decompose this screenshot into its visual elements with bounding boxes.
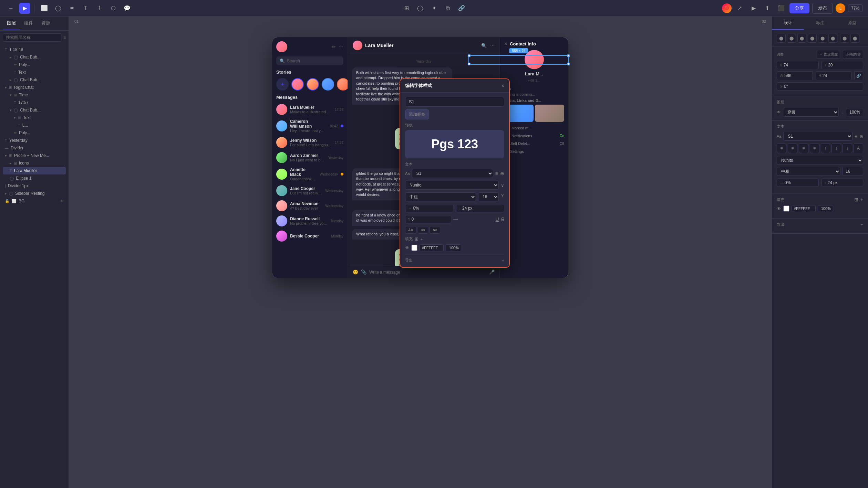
layer-item-time[interactable]: ▾ ⊞ Time bbox=[3, 91, 66, 99]
layer-item-text2[interactable]: ▾ ⊞ Text bbox=[3, 114, 66, 121]
message-item-anna[interactable]: Anna Newman 🏷 Best day ever Wednesday bbox=[272, 198, 348, 213]
add-story-button[interactable]: + bbox=[276, 78, 289, 91]
layer-item-text1[interactable]: T Text bbox=[3, 68, 66, 76]
message-item-jane[interactable]: Jane Cooper But I'm not really sure how … bbox=[272, 183, 348, 198]
message-item-annette[interactable]: Annette Black Ooooh thank you so much! W… bbox=[272, 165, 348, 183]
chat-message-input[interactable] bbox=[369, 270, 486, 275]
text-auto-btn[interactable]: A bbox=[854, 144, 863, 153]
chat-search-bar[interactable]: 🔍 Search bbox=[276, 56, 343, 65]
layer-item-poly2[interactable]: ✏ Poly... bbox=[3, 129, 66, 137]
y-field[interactable]: Y 20 bbox=[822, 61, 864, 69]
plugin-icon[interactable]: ✦ bbox=[428, 3, 440, 14]
layer-item-lara-mueller[interactable]: T Lara Mueller bbox=[3, 167, 66, 174]
layer-item-rightchat[interactable]: ▾ ⊞ Right Chat bbox=[3, 84, 66, 91]
align-bottom-btn[interactable]: ⬤ bbox=[828, 34, 837, 43]
component-icon[interactable]: ◯ bbox=[415, 3, 426, 14]
story-1[interactable] bbox=[291, 78, 304, 91]
present-icon[interactable]: ⬆ bbox=[762, 3, 773, 14]
font-modal-close-button[interactable]: × bbox=[502, 83, 504, 88]
link-icon[interactable]: 🔗 bbox=[456, 3, 467, 14]
add-export-button[interactable]: + bbox=[502, 258, 504, 263]
frame-tool[interactable]: ⬜ bbox=[39, 3, 50, 14]
pen-tool[interactable]: ✒ bbox=[66, 3, 78, 14]
layer-item-divider1px[interactable]: | Divider 1px bbox=[3, 182, 66, 190]
layer-search-input[interactable] bbox=[3, 33, 61, 42]
paragraph-spacing-field[interactable]: ¶ 0 bbox=[405, 215, 451, 223]
align-middle-text-btn[interactable]: ↕ bbox=[831, 144, 841, 153]
lock-aspect-btn[interactable]: 🔗 bbox=[854, 71, 863, 80]
line-height-field[interactable]: ↕ 24 px bbox=[456, 204, 504, 212]
message-item-aaron[interactable]: Aaron Zimmer No I just went to bed right… bbox=[272, 150, 348, 165]
story-4[interactable] bbox=[337, 78, 348, 91]
align-justify-text-btn[interactable]: ≡ bbox=[810, 144, 819, 153]
rotation-field[interactable]: ⟳ 0° bbox=[777, 82, 863, 91]
layer-item-chatbub2[interactable]: ▸ ◯ Chat Bub... bbox=[3, 76, 66, 84]
right-color-swatch[interactable] bbox=[783, 205, 789, 212]
text-align-icon[interactable]: ≡ bbox=[495, 171, 498, 176]
fixed-width-btn[interactable]: ↔ 固定宽度 bbox=[817, 50, 840, 59]
strikethrough-btn[interactable]: S bbox=[501, 216, 504, 222]
more-icon[interactable]: ⊕ bbox=[500, 171, 504, 176]
multiframe-icon[interactable]: ⧉ bbox=[442, 3, 453, 14]
path-tool[interactable]: ⌇ bbox=[94, 3, 105, 14]
play-icon[interactable]: ▶ bbox=[748, 3, 759, 14]
align-left-text-btn[interactable]: ≡ bbox=[777, 144, 786, 153]
selfdelete-option[interactable]: ⏱ Self Delet... Off bbox=[504, 140, 564, 147]
x-field[interactable]: X 74 bbox=[777, 61, 819, 69]
layer-item-1757[interactable]: T 17:57 bbox=[3, 99, 66, 106]
right-add-fill-btn[interactable]: + bbox=[860, 197, 863, 202]
align-center-text-btn[interactable]: ≡ bbox=[788, 144, 797, 153]
back-button[interactable]: ← bbox=[6, 3, 17, 14]
right-font-weight-select[interactable]: 中粗 bbox=[777, 167, 840, 176]
wrap-content-btn[interactable]: ↕ 环抱内容 bbox=[843, 50, 863, 59]
right-fill-eye-icon[interactable]: 👁 bbox=[777, 206, 781, 211]
right-more-icon[interactable]: ⊕ bbox=[859, 134, 863, 139]
layer-item-profile[interactable]: ▾ ⊞ Profile + New Me... bbox=[3, 152, 66, 159]
font-name-dropdown[interactable]: Nunito bbox=[405, 181, 499, 190]
media-thumb-2[interactable] bbox=[535, 105, 565, 122]
right-line-height[interactable]: ↕ 24 px bbox=[822, 179, 864, 187]
right-opacity-input[interactable] bbox=[818, 205, 833, 212]
sort-icon[interactable]: ≡ bbox=[63, 35, 66, 40]
story-3[interactable] bbox=[322, 78, 334, 91]
layer-item-bg[interactable]: 🔒 ⬜ BG 👁 bbox=[3, 197, 66, 205]
case-lower-btn[interactable]: aa bbox=[418, 226, 428, 234]
layer-item-L[interactable]: T L... bbox=[3, 121, 66, 129]
publish-button[interactable]: 发布 bbox=[812, 3, 833, 14]
more-icon[interactable]: ⋯ bbox=[339, 44, 343, 50]
fill-hex-input[interactable] bbox=[420, 244, 444, 251]
fill-visible-icon[interactable]: 👁 bbox=[405, 245, 409, 250]
more-chat-icon[interactable]: ⋯ bbox=[490, 43, 495, 48]
tab-layers[interactable]: 图层 bbox=[3, 17, 20, 30]
right-text-align-icon[interactable]: ≡ bbox=[855, 134, 857, 139]
edit-icon[interactable]: ✏ bbox=[332, 44, 336, 50]
add-export-btn[interactable]: + bbox=[860, 222, 863, 227]
layer-item-chatbub3[interactable]: ▾ ◯ Chat Bub... bbox=[3, 106, 66, 114]
grid-icon[interactable]: ⊞ bbox=[401, 3, 412, 14]
story-2[interactable] bbox=[307, 78, 319, 91]
add-fill-button[interactable]: ⊞ bbox=[415, 236, 418, 242]
message-item-bessie[interactable]: Bessie Cooper Monday bbox=[272, 229, 348, 244]
layer-item-sidebar[interactable]: ▸ ◯ Sidebar Resting bbox=[3, 190, 66, 197]
settings-option[interactable]: ⚙ Settings bbox=[504, 147, 564, 155]
h-field[interactable]: H 24 bbox=[816, 71, 852, 80]
letter-spacing-field[interactable]: ↔ 0% bbox=[405, 204, 453, 212]
font-weight-select[interactable]: 中粗 bbox=[405, 192, 476, 201]
right-font-size-input[interactable] bbox=[843, 167, 863, 176]
shape-tool[interactable]: ◯ bbox=[53, 3, 64, 14]
fill-opacity-input[interactable] bbox=[446, 244, 461, 251]
font-size-select[interactable]: 16 bbox=[478, 192, 499, 201]
dist-v-btn[interactable]: ⬤ bbox=[850, 34, 859, 43]
right-tab-annotate[interactable]: 标注 bbox=[804, 17, 836, 30]
expand-icon[interactable]: ∨ bbox=[501, 183, 504, 188]
align-top-text-btn[interactable]: ↑ bbox=[821, 144, 830, 153]
right-tab-design[interactable]: 设计 bbox=[772, 17, 804, 30]
zoom-level[interactable]: 77% bbox=[848, 4, 862, 12]
layer-item-icons[interactable]: ▸ ⊞ Icons bbox=[3, 159, 66, 167]
attachment-icon[interactable]: 📎 bbox=[361, 269, 366, 275]
align-center-v-btn[interactable]: ⬤ bbox=[818, 34, 827, 43]
message-item-lara[interactable]: Lara Mueller Makes to a illustrated on a… bbox=[272, 102, 348, 117]
message-item-jenny[interactable]: Jenny Wilson For sure! Let's hangout on … bbox=[272, 135, 348, 150]
align-right-text-btn[interactable]: ≡ bbox=[799, 144, 808, 153]
microphone-icon[interactable]: 🎤 bbox=[489, 269, 495, 275]
